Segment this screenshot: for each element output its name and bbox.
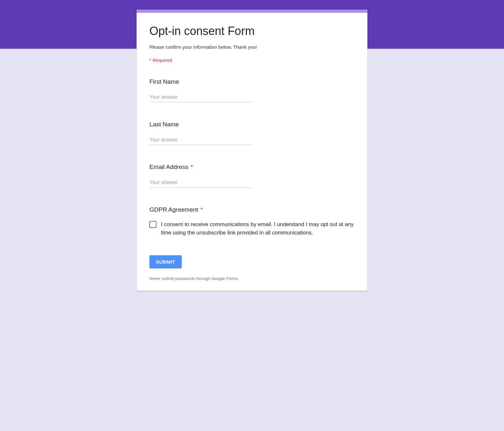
email-label: Email Address *: [149, 164, 355, 171]
form-container: Opt-in consent Form Please confirm your …: [137, 0, 367, 303]
first-name-group: First Name: [149, 78, 355, 102]
required-note: * Required: [149, 57, 355, 63]
gdpr-checkbox-row: I consent to receive communications by e…: [149, 220, 355, 237]
email-required-asterisk: *: [191, 164, 193, 170]
first-name-input[interactable]: [149, 92, 252, 102]
form-description: Please confirm your information below. T…: [149, 44, 355, 50]
gdpr-group: GDPR Agreement * I consent to receive co…: [149, 206, 355, 237]
email-group: Email Address *: [149, 164, 355, 188]
disclaimer-text: Never submit passwords through Google Fo…: [149, 276, 355, 281]
first-name-label: First Name: [149, 78, 355, 85]
email-label-text: Email Address: [149, 164, 188, 170]
form-title: Opt-in consent Form: [149, 24, 355, 38]
form-card: Opt-in consent Form Please confirm your …: [137, 10, 367, 291]
gdpr-checkbox[interactable]: [149, 221, 156, 228]
gdpr-label-text: GDPR Agreement: [149, 206, 198, 213]
last-name-input[interactable]: [149, 135, 252, 145]
submit-button[interactable]: SUBMIT: [149, 255, 182, 268]
email-input[interactable]: [149, 178, 252, 188]
last-name-group: Last Name: [149, 121, 355, 145]
last-name-label: Last Name: [149, 121, 355, 128]
gdpr-required-asterisk: *: [200, 206, 203, 213]
gdpr-label: GDPR Agreement *: [149, 206, 355, 213]
gdpr-consent-text: I consent to receive communications by e…: [161, 220, 355, 237]
